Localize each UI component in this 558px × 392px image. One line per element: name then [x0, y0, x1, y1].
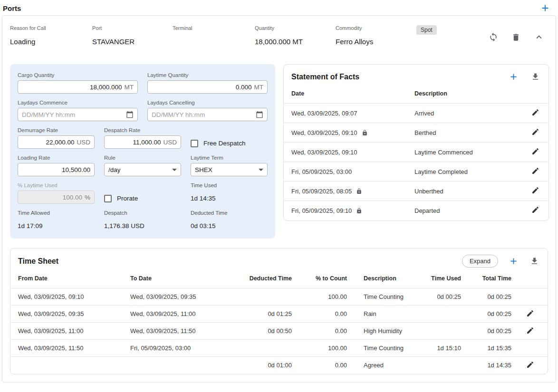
ts-deducted: 0d 00:50 [238, 323, 292, 340]
cargo-quantity-input[interactable] [22, 84, 122, 91]
time-sheet-title: Time Sheet [18, 257, 462, 266]
loading-rate-field: Loading Rate [18, 155, 95, 176]
laydays-cancelling-calendar-button[interactable] [256, 111, 263, 118]
despatch-rate-field: Despatch Rate USD [104, 127, 181, 149]
time-sheet-row: Wed, 03/09/2025, 11:00 Wed, 03/09/2025, … [10, 323, 548, 340]
edit-time-sheet-row-button[interactable] [526, 361, 534, 369]
ts-col-description: Description [347, 270, 404, 288]
ts-total: 0d 00:25 [461, 306, 511, 323]
ports-page: Ports Reason for Call Loading Port STAVA… [0, 0, 558, 382]
download-time-sheet-button[interactable] [530, 257, 539, 266]
ts-col-from-date: From Date [10, 270, 130, 288]
port-value: STAVANGER [92, 38, 173, 46]
sof-date: Wed, 03/09/2025, 09:10 [291, 149, 357, 156]
despatch-rate-input[interactable] [108, 139, 161, 146]
demurrage-rate-field: Demurrage Rate USD [18, 127, 95, 149]
free-despatch-label: Free Despatch [203, 140, 246, 147]
laytime-term-label: Laytime Term [191, 155, 268, 161]
page-header: Ports [2, 1, 556, 15]
ts-time-used: 1d 15:10 [404, 340, 461, 357]
chevron-up-icon [534, 32, 544, 42]
free-despatch-checkbox[interactable] [191, 140, 198, 147]
port-summary-header: Reason for Call Loading Port STAVANGER T… [2, 16, 556, 53]
sof-description: Departed [414, 201, 522, 220]
time-used-value: 1d 14:35 [191, 195, 216, 202]
laydays-commence-calendar-button[interactable] [126, 111, 134, 118]
despatch-value: 1,176.38 USD [104, 222, 144, 229]
edit-sof-row-button[interactable] [531, 167, 539, 175]
pct-laytime-used-label: % Laytime Used [18, 182, 95, 189]
prorate-field: Prorate [104, 193, 181, 204]
port-column: Port STAVANGER [92, 25, 173, 46]
sof-header-row: Date Description [284, 86, 548, 104]
despatch-stat: Despatch 1,176.38 USD [104, 210, 181, 230]
expand-button[interactable]: Expand [462, 255, 498, 268]
lock-icon [362, 130, 368, 136]
edit-sof-row-button[interactable] [531, 128, 539, 136]
sof-date: Wed, 03/09/2025, 09:10 [291, 129, 357, 136]
laytime-quantity-suffix: MT [254, 84, 264, 91]
sof-header: Statement of Facts [284, 65, 548, 86]
edit-sof-row-button[interactable] [531, 206, 539, 214]
despatch-rate-suffix: USD [163, 139, 177, 146]
despatch-rate-label: Despatch Rate [104, 127, 181, 134]
rule-field: Rule /day [104, 155, 181, 176]
download-sof-button[interactable] [531, 72, 540, 81]
laydays-commence-input[interactable] [22, 111, 126, 118]
quantities-row: Cargo Quantity MT Laytime Quantity MT [18, 72, 268, 94]
laytime-quantity-input[interactable] [152, 84, 252, 91]
demurrage-rate-input[interactable] [22, 139, 74, 146]
sof-date: Fri, 05/09/2025, 09:10 [291, 207, 352, 214]
laytime-term-select[interactable]: SHEX [191, 163, 268, 176]
edit-time-sheet-row-button[interactable] [526, 326, 534, 335]
rule-select[interactable]: /day [104, 163, 181, 176]
port-label: Port [92, 25, 173, 31]
loading-rate-box [18, 163, 95, 176]
deducted-time-label: Deducted Time [191, 210, 268, 216]
laydays-cancelling-field: Laydays Cancelling [147, 100, 268, 121]
port-content: Cargo Quantity MT Laytime Quantity MT [2, 53, 556, 239]
loading-rate-input[interactable] [22, 166, 90, 173]
terminal-value [173, 38, 255, 46]
collapse-port-button[interactable] [534, 32, 544, 42]
sof-row: Wed, 03/09/2025, 09:10 Berthed [284, 123, 548, 143]
sof-description: Laytime Completed [414, 162, 522, 182]
ts-time-used [404, 323, 461, 340]
pct-laytime-used-field: % Laytime Used % [18, 182, 95, 204]
ts-description: Time Counting [347, 340, 404, 357]
edit-sof-row-button[interactable] [531, 186, 539, 194]
ts-time-used: 0d 00:25 [404, 288, 461, 306]
laydays-cancelling-input[interactable] [152, 111, 256, 118]
despatch-rate-box: USD [104, 135, 181, 149]
laytime-panel: Cargo Quantity MT Laytime Quantity MT [10, 64, 275, 239]
delete-port-button[interactable] [511, 33, 520, 42]
add-time-sheet-row-button[interactable] [509, 256, 519, 266]
edit-sof-row-button[interactable] [531, 147, 539, 155]
plus-icon [509, 256, 519, 266]
ts-pct: 0.00 [292, 323, 347, 340]
time-used-label: Time Used [191, 182, 268, 189]
sof-date: Wed, 03/09/2025, 09:07 [291, 110, 357, 117]
sof-row: Fri, 05/09/2025, 09:10 Departed [284, 201, 548, 220]
laytime-term-field: Laytime Term SHEX [191, 155, 268, 176]
pencil-icon [531, 147, 539, 155]
loading-rate-label: Loading Rate [18, 155, 95, 161]
edit-sof-row-button[interactable] [531, 108, 539, 116]
rule-label: Rule [104, 155, 181, 161]
plus-icon [540, 3, 550, 13]
despatch-label: Despatch [104, 210, 181, 216]
add-sof-event-button[interactable] [509, 72, 519, 82]
rates-row: Demurrage Rate USD Despatch Rate USD [18, 127, 268, 149]
ts-to: Wed, 03/09/2025, 11:00 [130, 306, 238, 323]
prorate-checkbox[interactable] [104, 195, 112, 202]
plus-icon [509, 72, 519, 82]
sof-description: Unberthed [414, 182, 522, 201]
edit-time-sheet-row-button[interactable] [526, 309, 534, 317]
ts-description: High Humidity [347, 323, 404, 340]
time-sheet-header-row: From Date To Date Deducted Time % to Cou… [10, 270, 548, 288]
laydays-commence-box [18, 108, 138, 121]
results-row: Time Allowed 1d 17:09 Despatch 1,176.38 … [18, 210, 268, 230]
sync-port-button[interactable] [489, 32, 498, 42]
pencil-icon [531, 108, 539, 116]
add-port-button[interactable] [540, 3, 550, 13]
